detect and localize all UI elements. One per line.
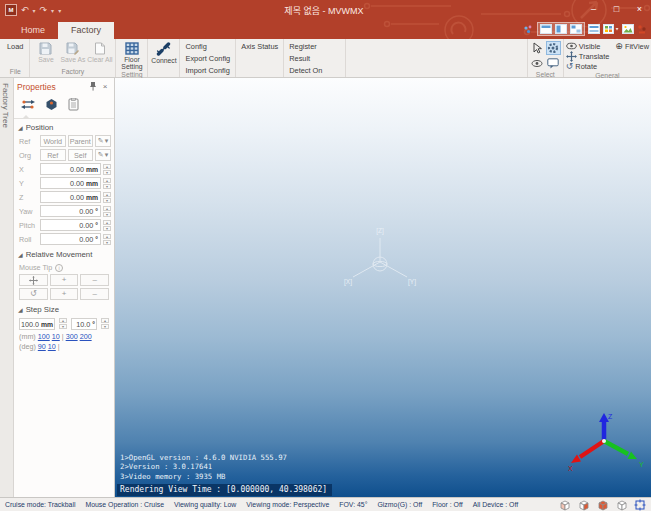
spinner-down[interactable]: ▾	[103, 240, 111, 245]
org-self-button[interactable]: Self	[68, 149, 94, 161]
export-config-button[interactable]: Export Config	[182, 52, 233, 64]
y-input[interactable]: 0.00mm	[40, 177, 101, 189]
ref-edit-dropdown[interactable]: ✎▾	[95, 135, 111, 147]
render-dots-icon[interactable]	[523, 24, 534, 35]
roll-input[interactable]: 0.00°	[40, 233, 101, 245]
spinner-down[interactable]: ▾	[59, 324, 67, 329]
org-edit-dropdown[interactable]: ✎▾	[95, 149, 111, 161]
spinner-down[interactable]: ▾	[103, 226, 111, 231]
view-cube-icon-front[interactable]	[596, 499, 608, 511]
layout-quad-icon[interactable]	[570, 24, 582, 34]
spinner-down[interactable]: ▾	[103, 184, 111, 189]
undo-dropdown-icon[interactable]: ▾	[33, 7, 36, 14]
device-tab-icon[interactable]	[45, 97, 58, 115]
org-ref-button[interactable]: Ref	[40, 149, 66, 161]
save-button[interactable]: Save	[32, 40, 59, 63]
device-status-icon[interactable]	[637, 24, 647, 35]
spinner-up[interactable]: ▴	[103, 206, 111, 211]
spinner-down[interactable]: ▾	[103, 198, 111, 203]
close-button[interactable]: ×	[628, 0, 651, 17]
rotate-mode-button[interactable]: ↺	[19, 288, 48, 300]
spinner-down[interactable]: ▾	[103, 170, 111, 175]
angular-step-input[interactable]: 10.0°	[71, 318, 97, 330]
preset-link[interactable]: 10	[52, 332, 60, 341]
translate-button[interactable]: Translate	[566, 51, 610, 61]
minimize-button[interactable]: –	[582, 0, 605, 17]
sidebar-tab-factory-tree[interactable]: Factory Tree	[0, 78, 14, 497]
position-tab-icon[interactable]	[21, 97, 35, 115]
section-relative-movement[interactable]: ◢ Relative Movement	[14, 246, 114, 261]
group-label-factory: Factory	[32, 67, 113, 77]
viewport-3d[interactable]: [Z] [X] [Y] 1>OpenGL version : 4.6.0 NVI…	[115, 78, 651, 497]
maximize-button[interactable]: □	[605, 0, 628, 17]
register-button[interactable]: Register	[286, 40, 320, 52]
move-mode-button[interactable]	[19, 274, 48, 286]
view-cube-icon-side[interactable]	[577, 499, 589, 511]
close-panel-icon[interactable]: ×	[99, 82, 111, 91]
pitch-input[interactable]: 0.00°	[40, 219, 101, 231]
preset-link[interactable]: 200	[80, 332, 92, 341]
orientation-gizmo[interactable]: Z X Y	[568, 411, 646, 477]
preset-link[interactable]: 10	[48, 342, 56, 351]
fit-view-icon[interactable]	[634, 499, 646, 511]
redo-icon[interactable]: ↷	[40, 5, 48, 15]
spinner-up[interactable]: ▴	[103, 178, 111, 183]
x-input[interactable]: 0.00mm	[40, 163, 101, 175]
layout-split-icon[interactable]	[555, 24, 567, 34]
spinner-up[interactable]: ▴	[101, 318, 109, 323]
preset-link[interactable]: 300	[66, 332, 78, 341]
axis-status-button[interactable]: Axis Status	[238, 40, 281, 52]
preset-link[interactable]: 90	[38, 342, 46, 351]
visible-button[interactable]: Visible	[566, 41, 610, 51]
config-button[interactable]: Config	[182, 40, 209, 52]
preset-link[interactable]: 100	[38, 332, 50, 341]
spinner-up[interactable]: ▴	[59, 318, 67, 323]
z-input[interactable]: 0.00mm	[40, 191, 101, 203]
rotate-button[interactable]: ↺ Rotate	[566, 61, 610, 71]
linear-step-input[interactable]: 100.0mm	[19, 318, 55, 330]
layout-horizontal-icon[interactable]	[588, 24, 600, 34]
settings-select-button[interactable]	[546, 41, 561, 55]
view-cube-icon-iso[interactable]	[558, 499, 570, 511]
connect-button[interactable]: Connect	[150, 40, 177, 64]
fitview-button[interactable]: ⊕ FitView	[615, 41, 649, 51]
rotate-minus-button[interactable]: –	[80, 288, 109, 300]
move-plus-button[interactable]: +	[50, 274, 79, 286]
yaw-input[interactable]: 0.00°	[40, 205, 101, 217]
app-logo-icon[interactable]: M	[5, 4, 17, 16]
tab-home[interactable]: Home	[8, 22, 58, 39]
rotate-plus-button[interactable]: +	[50, 288, 79, 300]
grid-view-icon[interactable]	[603, 24, 619, 34]
ref-world-button[interactable]: World	[40, 135, 66, 147]
section-step-size[interactable]: ◢ Step Size	[14, 301, 114, 316]
load-button[interactable]: Load	[3, 40, 27, 53]
spinner-down[interactable]: ▾	[103, 212, 111, 217]
redo-dropdown-icon[interactable]: ▾	[51, 7, 54, 14]
layout-single-icon[interactable]	[540, 24, 552, 34]
eye-select-button[interactable]	[530, 56, 545, 70]
detect-on-button[interactable]: Detect On	[286, 64, 325, 76]
save-as-button[interactable]: Save As	[59, 40, 86, 63]
ref-parent-button[interactable]: Parent	[68, 135, 94, 147]
cursor-select-button[interactable]	[530, 41, 545, 55]
spinner-down[interactable]: ▾	[101, 324, 109, 329]
floor-setting-button[interactable]: Floor Setting	[118, 40, 145, 70]
result-button[interactable]: Result	[286, 52, 313, 64]
pin-icon[interactable]	[87, 81, 99, 93]
comment-select-button[interactable]	[546, 56, 561, 70]
spinner-up[interactable]: ▴	[103, 234, 111, 239]
import-config-button[interactable]: Import Config	[182, 64, 232, 76]
clear-all-button[interactable]: Clear All	[86, 40, 113, 63]
tab-factory[interactable]: Factory	[58, 22, 114, 39]
section-position[interactable]: ◢ Position	[14, 119, 114, 134]
spinner-up[interactable]: ▴	[103, 192, 111, 197]
info-icon[interactable]: i	[55, 264, 63, 272]
report-tab-icon[interactable]	[68, 97, 79, 115]
move-minus-button[interactable]: –	[80, 274, 109, 286]
spinner-up[interactable]: ▴	[103, 164, 111, 169]
spinner-up[interactable]: ▴	[103, 220, 111, 225]
image-capture-icon[interactable]	[622, 24, 634, 34]
qat-customize-icon[interactable]: ▾	[58, 7, 61, 14]
view-cube-icon-top[interactable]	[615, 499, 627, 511]
undo-icon[interactable]: ↶	[21, 5, 29, 15]
